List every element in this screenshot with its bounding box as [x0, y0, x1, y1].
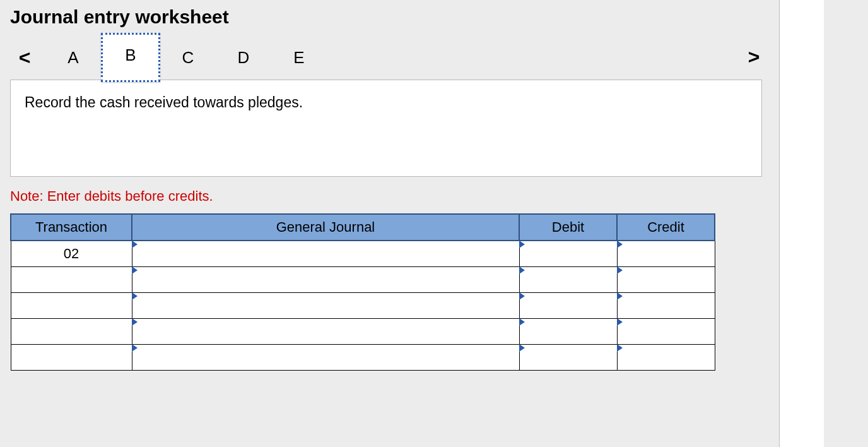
- cell-general-journal[interactable]: [132, 241, 519, 267]
- dropdown-marker-icon: [132, 266, 138, 274]
- cell-debit[interactable]: [519, 319, 617, 345]
- instruction-box: Record the cash received towards pledges…: [10, 80, 762, 177]
- cell-credit[interactable]: [617, 293, 715, 319]
- tab-list: A B C D E: [45, 33, 327, 82]
- tab-e[interactable]: E: [271, 39, 327, 76]
- dropdown-marker-icon: [132, 344, 138, 352]
- cell-debit[interactable]: [519, 241, 617, 267]
- dropdown-marker-icon: [519, 318, 525, 326]
- nav-next-button[interactable]: >: [739, 45, 768, 69]
- cell-general-journal[interactable]: [132, 267, 519, 293]
- tab-nav: < A B C D E >: [10, 33, 765, 82]
- worksheet-page: Journal entry worksheet < A B C D E > Re…: [0, 0, 824, 447]
- table-row: [11, 293, 715, 319]
- header-credit: Credit: [617, 214, 715, 241]
- cell-transaction: 02: [11, 241, 132, 267]
- dropdown-marker-icon: [617, 266, 623, 274]
- table-header-row: Transaction General Journal Debit Credit: [11, 214, 715, 241]
- dropdown-marker-icon: [617, 344, 623, 352]
- cell-credit[interactable]: [617, 345, 715, 371]
- header-debit: Debit: [519, 214, 617, 241]
- dropdown-marker-icon: [132, 292, 138, 300]
- instruction-text: Record the cash received towards pledges…: [25, 94, 303, 110]
- cell-credit[interactable]: [617, 319, 715, 345]
- cell-debit[interactable]: [519, 293, 617, 319]
- cell-general-journal[interactable]: [132, 345, 519, 371]
- header-transaction: Transaction: [11, 214, 132, 241]
- tab-b[interactable]: B: [101, 33, 160, 82]
- dropdown-marker-icon: [617, 292, 623, 300]
- nav-prev-button[interactable]: <: [10, 46, 39, 69]
- table-row: 02: [11, 241, 715, 267]
- journal-table: Transaction General Journal Debit Credit…: [10, 213, 715, 371]
- dropdown-marker-icon: [519, 266, 525, 274]
- cell-transaction: [11, 267, 132, 293]
- cell-transaction: [11, 293, 132, 319]
- table-row: [11, 267, 715, 293]
- cell-debit[interactable]: [519, 267, 617, 293]
- dropdown-marker-icon: [132, 241, 138, 248]
- dropdown-marker-icon: [519, 344, 525, 352]
- note-text: Note: Enter debits before credits.: [10, 188, 824, 205]
- tab-d[interactable]: D: [216, 39, 271, 76]
- cell-credit[interactable]: [617, 241, 715, 267]
- page-title: Journal entry worksheet: [10, 6, 824, 28]
- dropdown-marker-icon: [132, 318, 138, 326]
- right-rail: [779, 0, 824, 447]
- cell-transaction: [11, 345, 132, 371]
- dropdown-marker-icon: [617, 318, 623, 326]
- table-row: [11, 319, 715, 345]
- dropdown-marker-icon: [519, 241, 525, 248]
- cell-debit[interactable]: [519, 345, 617, 371]
- table-row: [11, 345, 715, 371]
- tab-a[interactable]: A: [45, 39, 101, 76]
- cell-credit[interactable]: [617, 267, 715, 293]
- cell-general-journal[interactable]: [132, 293, 519, 319]
- cell-transaction: [11, 319, 132, 345]
- cell-general-journal[interactable]: [132, 319, 519, 345]
- dropdown-marker-icon: [519, 292, 525, 300]
- tab-c[interactable]: C: [160, 39, 216, 76]
- dropdown-marker-icon: [617, 241, 623, 248]
- header-general-journal: General Journal: [132, 214, 519, 241]
